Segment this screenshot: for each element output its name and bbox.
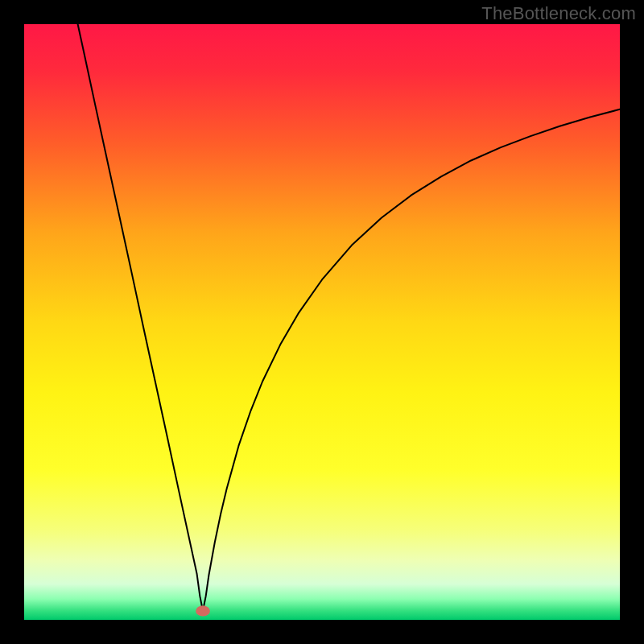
gradient-background bbox=[24, 24, 620, 620]
vertex-marker bbox=[196, 605, 210, 616]
chart-svg bbox=[24, 24, 620, 620]
plot-area bbox=[24, 24, 620, 620]
watermark-text: TheBottleneck.com bbox=[481, 3, 636, 24]
chart-frame: TheBottleneck.com bbox=[0, 0, 644, 644]
